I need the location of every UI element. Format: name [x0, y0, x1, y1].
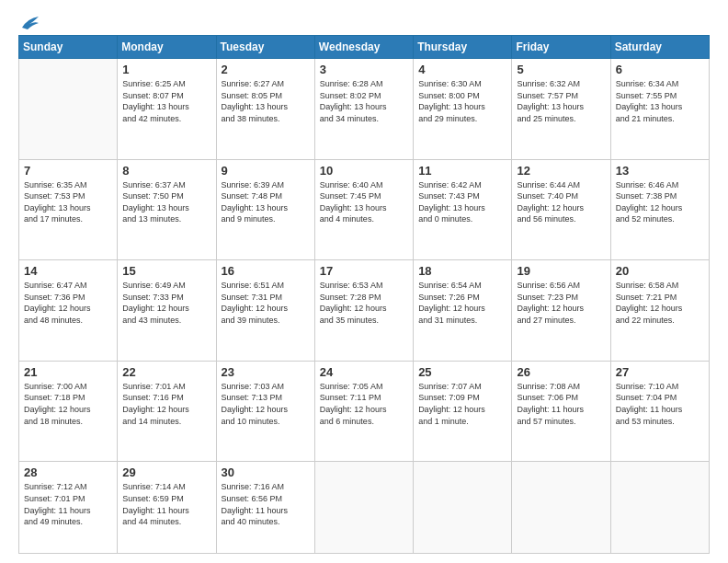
- day-info: Sunrise: 7:10 AM Sunset: 7:04 PM Dayligh…: [616, 381, 704, 427]
- calendar-cell: 18Sunrise: 6:54 AM Sunset: 7:26 PM Dayli…: [414, 260, 512, 362]
- day-info: Sunrise: 7:08 AM Sunset: 7:06 PM Dayligh…: [517, 381, 605, 427]
- day-number: 21: [24, 365, 112, 379]
- day-number: 12: [517, 164, 605, 178]
- calendar-cell: 11Sunrise: 6:42 AM Sunset: 7:43 PM Dayli…: [414, 159, 512, 260]
- day-info: Sunrise: 7:05 AM Sunset: 7:11 PM Dayligh…: [320, 381, 408, 427]
- calendar: SundayMondayTuesdayWednesdayThursdayFrid…: [18, 35, 710, 554]
- calendar-cell: [314, 462, 413, 554]
- day-info: Sunrise: 6:56 AM Sunset: 7:23 PM Dayligh…: [517, 280, 605, 326]
- day-number: 8: [122, 164, 210, 178]
- day-info: Sunrise: 7:16 AM Sunset: 6:56 PM Dayligh…: [222, 481, 310, 527]
- calendar-cell: 23Sunrise: 7:03 AM Sunset: 7:13 PM Dayli…: [216, 361, 314, 462]
- calendar-cell: 13Sunrise: 6:46 AM Sunset: 7:38 PM Dayli…: [610, 159, 709, 260]
- calendar-cell: 14Sunrise: 6:47 AM Sunset: 7:36 PM Dayli…: [19, 260, 118, 362]
- calendar-cell: 25Sunrise: 7:07 AM Sunset: 7:09 PM Dayli…: [414, 361, 512, 462]
- calendar-cell: 16Sunrise: 6:51 AM Sunset: 7:31 PM Dayli…: [216, 260, 314, 362]
- day-number: 18: [418, 264, 506, 278]
- calendar-cell: 27Sunrise: 7:10 AM Sunset: 7:04 PM Dayli…: [610, 361, 709, 462]
- calendar-cell: 17Sunrise: 6:53 AM Sunset: 7:28 PM Dayli…: [314, 260, 413, 362]
- day-info: Sunrise: 6:28 AM Sunset: 8:02 PM Dayligh…: [320, 78, 408, 124]
- day-number: 25: [418, 365, 506, 379]
- calendar-cell: 24Sunrise: 7:05 AM Sunset: 7:11 PM Dayli…: [314, 361, 413, 462]
- day-info: Sunrise: 6:47 AM Sunset: 7:36 PM Dayligh…: [24, 280, 112, 326]
- day-info: Sunrise: 6:37 AM Sunset: 7:50 PM Dayligh…: [122, 179, 210, 225]
- day-number: 4: [418, 63, 506, 76]
- calendar-cell: 30Sunrise: 7:16 AM Sunset: 6:56 PM Dayli…: [216, 462, 314, 554]
- day-info: Sunrise: 6:34 AM Sunset: 7:55 PM Dayligh…: [616, 78, 704, 124]
- weekday-header-thursday: Thursday: [414, 36, 512, 59]
- day-number: 10: [320, 164, 408, 178]
- calendar-cell: 2Sunrise: 6:27 AM Sunset: 8:05 PM Daylig…: [216, 59, 314, 160]
- calendar-cell: 20Sunrise: 6:58 AM Sunset: 7:21 PM Dayli…: [610, 260, 709, 362]
- day-info: Sunrise: 6:51 AM Sunset: 7:31 PM Dayligh…: [222, 280, 310, 326]
- calendar-cell: [610, 462, 709, 554]
- page: SundayMondayTuesdayWednesdayThursdayFrid…: [0, 0, 728, 563]
- calendar-cell: 9Sunrise: 6:39 AM Sunset: 7:48 PM Daylig…: [216, 159, 314, 260]
- calendar-cell: 10Sunrise: 6:40 AM Sunset: 7:45 PM Dayli…: [314, 159, 413, 260]
- calendar-cell: 4Sunrise: 6:30 AM Sunset: 8:00 PM Daylig…: [414, 59, 512, 160]
- weekday-header-friday: Friday: [512, 36, 610, 59]
- calendar-week-row: 14Sunrise: 6:47 AM Sunset: 7:36 PM Dayli…: [19, 260, 710, 362]
- day-number: 2: [222, 63, 310, 76]
- calendar-week-row: 7Sunrise: 6:35 AM Sunset: 7:53 PM Daylig…: [19, 159, 710, 260]
- day-info: Sunrise: 6:27 AM Sunset: 8:05 PM Dayligh…: [222, 78, 310, 124]
- calendar-cell: [512, 462, 610, 554]
- day-info: Sunrise: 6:25 AM Sunset: 8:07 PM Dayligh…: [122, 78, 210, 124]
- day-info: Sunrise: 7:14 AM Sunset: 6:59 PM Dayligh…: [122, 481, 210, 527]
- day-number: 13: [616, 164, 704, 178]
- day-info: Sunrise: 6:58 AM Sunset: 7:21 PM Dayligh…: [616, 280, 704, 326]
- day-number: 3: [320, 63, 408, 76]
- day-info: Sunrise: 6:32 AM Sunset: 7:57 PM Dayligh…: [517, 78, 605, 124]
- day-info: Sunrise: 6:40 AM Sunset: 7:45 PM Dayligh…: [320, 179, 408, 225]
- day-number: 17: [320, 264, 408, 278]
- day-info: Sunrise: 6:54 AM Sunset: 7:26 PM Dayligh…: [418, 280, 506, 326]
- calendar-cell: 12Sunrise: 6:44 AM Sunset: 7:40 PM Dayli…: [512, 159, 610, 260]
- calendar-cell: 26Sunrise: 7:08 AM Sunset: 7:06 PM Dayli…: [512, 361, 610, 462]
- day-number: 19: [517, 264, 605, 278]
- day-number: 6: [616, 63, 704, 76]
- calendar-cell: 29Sunrise: 7:14 AM Sunset: 6:59 PM Dayli…: [118, 462, 216, 554]
- day-number: 22: [122, 365, 210, 379]
- day-number: 29: [122, 465, 210, 479]
- header: [18, 15, 710, 28]
- day-info: Sunrise: 6:49 AM Sunset: 7:33 PM Dayligh…: [122, 280, 210, 326]
- calendar-week-row: 21Sunrise: 7:00 AM Sunset: 7:18 PM Dayli…: [19, 361, 710, 462]
- weekday-header-sunday: Sunday: [19, 36, 118, 59]
- calendar-week-row: 1Sunrise: 6:25 AM Sunset: 8:07 PM Daylig…: [19, 59, 710, 160]
- day-info: Sunrise: 7:07 AM Sunset: 7:09 PM Dayligh…: [418, 381, 506, 427]
- day-number: 15: [122, 264, 210, 278]
- logo: [18, 15, 40, 28]
- day-number: 24: [320, 365, 408, 379]
- day-number: 23: [222, 365, 310, 379]
- weekday-header-tuesday: Tuesday: [216, 36, 314, 59]
- calendar-cell: 7Sunrise: 6:35 AM Sunset: 7:53 PM Daylig…: [19, 159, 118, 260]
- day-number: 30: [222, 465, 310, 479]
- weekday-header-monday: Monday: [118, 36, 216, 59]
- day-info: Sunrise: 6:30 AM Sunset: 8:00 PM Dayligh…: [418, 78, 506, 124]
- weekday-header-saturday: Saturday: [610, 36, 709, 59]
- calendar-cell: [19, 59, 118, 160]
- day-number: 27: [616, 365, 704, 379]
- day-info: Sunrise: 7:03 AM Sunset: 7:13 PM Dayligh…: [222, 381, 310, 427]
- day-number: 14: [24, 264, 112, 278]
- weekday-header-wednesday: Wednesday: [314, 36, 413, 59]
- calendar-cell: [414, 462, 512, 554]
- calendar-cell: 6Sunrise: 6:34 AM Sunset: 7:55 PM Daylig…: [610, 59, 709, 160]
- day-number: 7: [24, 164, 112, 178]
- day-info: Sunrise: 6:42 AM Sunset: 7:43 PM Dayligh…: [418, 179, 506, 225]
- day-number: 26: [517, 365, 605, 379]
- day-number: 28: [24, 465, 112, 479]
- calendar-cell: 8Sunrise: 6:37 AM Sunset: 7:50 PM Daylig…: [118, 159, 216, 260]
- day-number: 11: [418, 164, 506, 178]
- day-number: 5: [517, 63, 605, 76]
- day-info: Sunrise: 7:00 AM Sunset: 7:18 PM Dayligh…: [24, 381, 112, 427]
- calendar-cell: 15Sunrise: 6:49 AM Sunset: 7:33 PM Dayli…: [118, 260, 216, 362]
- calendar-week-row: 28Sunrise: 7:12 AM Sunset: 7:01 PM Dayli…: [19, 462, 710, 554]
- calendar-cell: 1Sunrise: 6:25 AM Sunset: 8:07 PM Daylig…: [118, 59, 216, 160]
- calendar-cell: 21Sunrise: 7:00 AM Sunset: 7:18 PM Dayli…: [19, 361, 118, 462]
- calendar-cell: 22Sunrise: 7:01 AM Sunset: 7:16 PM Dayli…: [118, 361, 216, 462]
- calendar-cell: 28Sunrise: 7:12 AM Sunset: 7:01 PM Dayli…: [19, 462, 118, 554]
- weekday-header-row: SundayMondayTuesdayWednesdayThursdayFrid…: [19, 36, 710, 59]
- day-info: Sunrise: 6:39 AM Sunset: 7:48 PM Dayligh…: [222, 179, 310, 225]
- day-info: Sunrise: 6:35 AM Sunset: 7:53 PM Dayligh…: [24, 179, 112, 225]
